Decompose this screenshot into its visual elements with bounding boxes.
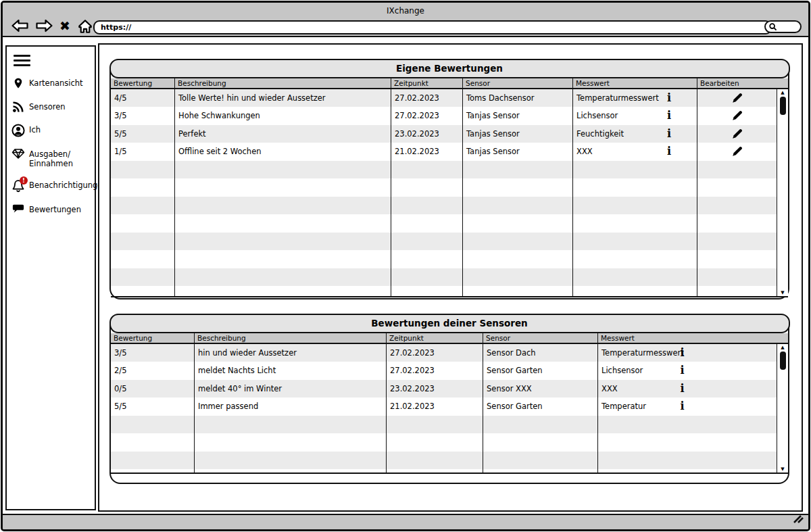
table-row: 3/5Hohe Schwankungen27.02.2023Tanjas Sen…	[111, 107, 788, 125]
table-cell	[387, 433, 483, 452]
table-cell	[697, 161, 777, 179]
cell-value: 5/5	[114, 402, 127, 411]
table-cell: 5/5	[111, 125, 175, 143]
search-input[interactable]	[764, 20, 802, 33]
info-icon[interactable]: i	[680, 401, 684, 412]
table-cell	[111, 233, 175, 251]
table-cell: 23.02.2023	[391, 125, 463, 143]
table-row	[111, 214, 788, 233]
table-cell: Toms Dachsensor	[463, 89, 573, 107]
sidebar-item-label: Ausgaben/ Einnahmen	[29, 148, 73, 168]
main-content: Eigene Bewertungen BewertungBeschreibung…	[98, 43, 803, 512]
info-icon[interactable]: i	[667, 110, 671, 121]
table-cell: hin und wieder Aussetzer	[195, 344, 387, 362]
table-cell: Sensor Garten	[483, 397, 598, 416]
scrollbar[interactable]: ▲ ▼	[777, 344, 788, 473]
scroll-down-icon[interactable]: ▼	[781, 466, 784, 473]
url-input[interactable]: https://	[93, 20, 772, 34]
scrollbar-thumb[interactable]	[780, 352, 786, 370]
sidebar-item-ausgaben-einnahmen[interactable]: Ausgaben/ Einnahmen	[11, 148, 90, 168]
cell-value: 21.02.2023	[390, 402, 435, 411]
resize-handle-icon[interactable]	[792, 514, 804, 527]
table-cell	[111, 268, 175, 287]
table-row	[111, 197, 788, 215]
table-cell	[391, 250, 463, 268]
table-cell: Lichsensori	[573, 107, 697, 125]
table-cell	[573, 214, 697, 233]
column-header: Sensor	[463, 78, 573, 88]
sidebar-item-label: Benachrichtigungen	[29, 179, 107, 190]
table-row: 0/5meldet 40° im Winter23.02.2023Sensor …	[111, 380, 788, 398]
table-cell	[598, 416, 777, 434]
scroll-down-icon[interactable]: ▼	[781, 289, 784, 296]
stop-icon[interactable]: ✖	[59, 19, 70, 32]
table-cell: Offline seit 2 Wochen	[175, 143, 391, 161]
table-row: 5/5Perfekt23.02.2023Tanjas SensorFeuchti…	[111, 125, 788, 143]
table-cell	[697, 233, 777, 251]
table-cell	[111, 452, 195, 470]
table-cell	[175, 214, 391, 233]
forward-icon[interactable]	[35, 18, 53, 33]
cell-value: Temperaturmesswert	[601, 348, 684, 358]
cell-value: Sensor Garten	[487, 402, 543, 411]
info-icon[interactable]: i	[680, 383, 684, 394]
info-icon[interactable]: i	[667, 128, 671, 139]
column-header: Zeitpunkt	[391, 78, 463, 88]
table-cell	[573, 250, 697, 268]
table-cell	[391, 197, 463, 215]
cell-value: Lichsensor	[576, 111, 618, 120]
table-cell	[463, 233, 573, 251]
table-cell	[175, 268, 391, 287]
table-cell: Lichsensori	[598, 362, 777, 380]
table-cell	[175, 178, 391, 197]
browser-window: IXchange ✖ https:// Kartenansicht	[1, 1, 810, 531]
sidebar-item-label: Kartenansicht	[29, 77, 83, 88]
info-icon[interactable]: i	[680, 347, 684, 358]
edit-icon[interactable]	[731, 145, 743, 158]
cell-value: Tanjas Sensor	[466, 111, 520, 120]
menu-icon[interactable]	[14, 55, 30, 66]
table-row: 1/5Offline seit 2 Wochen21.02.2023Tanjas…	[111, 143, 788, 161]
table-cell: Tolle Werte! hin und wieder Aussetzer	[175, 89, 391, 107]
scrollbar-thumb[interactable]	[780, 97, 786, 115]
cell-value: 2/5	[114, 366, 127, 375]
sidebar-item-label: Ich	[29, 124, 41, 135]
cell-value: 0/5	[114, 384, 127, 393]
edit-cell	[697, 125, 777, 143]
scroll-up-icon[interactable]: ▲	[781, 344, 784, 351]
table-row: 2/5meldet Nachts Licht27.02.2023Sensor G…	[111, 362, 788, 380]
table-cell	[195, 452, 387, 470]
sidebar: Kartenansicht Sensoren Ich Ausgaben/ Ein…	[5, 45, 96, 510]
scroll-up-icon[interactable]: ▲	[781, 89, 784, 96]
cell-value: Sensor Dach	[487, 348, 536, 358]
sidebar-item-ich[interactable]: Ich	[11, 124, 90, 137]
table-cell	[463, 214, 573, 233]
ratings-table-sensors: BewertungBeschreibungZeitpunktSensorMess…	[111, 333, 788, 474]
table-row: 3/5hin und wieder Aussetzer27.02.2023Sen…	[111, 344, 788, 362]
column-header: Beschreibung	[195, 333, 387, 343]
cell-value: 27.02.2023	[395, 111, 439, 120]
scrollbar[interactable]: ▲ ▼	[777, 89, 788, 296]
edit-icon[interactable]	[731, 92, 743, 104]
table-cell: Temperaturi	[598, 397, 777, 416]
table-cell	[483, 469, 598, 473]
edit-icon[interactable]	[731, 128, 743, 140]
home-icon[interactable]	[76, 18, 94, 34]
table-row	[111, 416, 788, 434]
cell-value: 27.02.2023	[395, 93, 439, 103]
back-icon[interactable]	[11, 18, 29, 33]
table-cell	[111, 469, 195, 473]
info-icon[interactable]: i	[667, 93, 671, 103]
sidebar-item-benachrichtigungen[interactable]: ! Benachrichtigungen	[11, 179, 90, 193]
column-header: Bewertung	[111, 78, 175, 88]
table-cell	[573, 161, 697, 179]
info-icon[interactable]: i	[667, 146, 671, 157]
edit-icon[interactable]	[731, 110, 743, 122]
cell-value: 4/5	[114, 93, 127, 103]
cell-value: 3/5	[114, 348, 127, 358]
info-icon[interactable]: i	[680, 365, 684, 376]
sidebar-item-bewertungen[interactable]: Bewertungen	[11, 203, 90, 214]
sidebar-item-kartenansicht[interactable]: Kartenansicht	[11, 77, 90, 90]
cell-value: Lichsensor	[601, 366, 643, 375]
sidebar-item-sensoren[interactable]: Sensoren	[11, 101, 90, 113]
